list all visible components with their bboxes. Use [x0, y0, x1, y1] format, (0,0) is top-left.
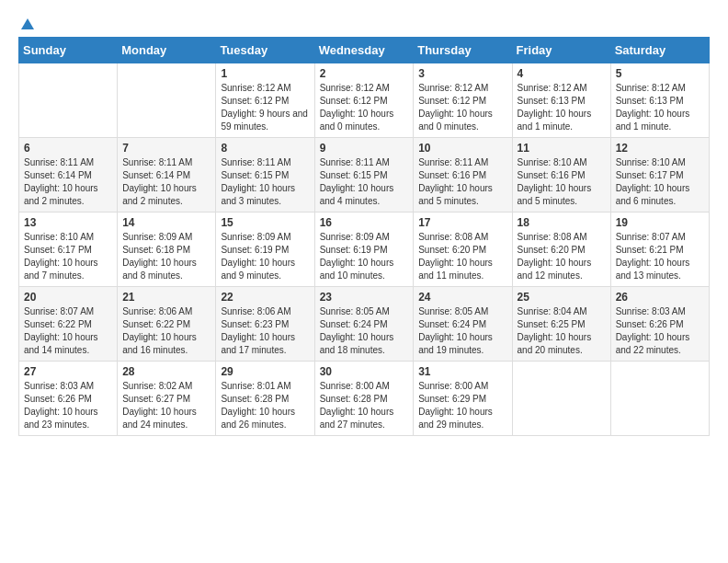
day-number: 7: [122, 142, 210, 155]
calendar-day-cell: [19, 63, 118, 138]
day-number: 2: [320, 67, 409, 80]
calendar-day-cell: 17Sunrise: 8:08 AM Sunset: 6:20 PM Dayli…: [414, 213, 512, 287]
day-info: Sunrise: 8:04 AM Sunset: 6:25 PM Dayligh…: [518, 305, 606, 357]
day-of-week-header: Saturday: [610, 38, 709, 63]
calendar-day-cell: 9Sunrise: 8:11 AM Sunset: 6:15 PM Daylig…: [314, 138, 414, 213]
day-info: Sunrise: 8:06 AM Sunset: 6:22 PM Dayligh…: [122, 305, 210, 357]
day-of-week-header: Monday: [118, 38, 216, 63]
calendar-day-cell: [118, 63, 216, 138]
day-info: Sunrise: 8:09 AM Sunset: 6:18 PM Dayligh…: [122, 231, 210, 282]
calendar-day-cell: 29Sunrise: 8:01 AM Sunset: 6:28 PM Dayli…: [216, 362, 314, 436]
day-number: 16: [320, 216, 409, 229]
calendar-day-cell: 16Sunrise: 8:09 AM Sunset: 6:19 PM Dayli…: [314, 213, 414, 287]
day-number: 21: [122, 291, 210, 304]
day-info: Sunrise: 8:11 AM Sunset: 6:14 PM Dayligh…: [24, 156, 112, 208]
page-header: [18, 18, 710, 28]
calendar-day-cell: 2Sunrise: 8:12 AM Sunset: 6:12 PM Daylig…: [314, 63, 414, 138]
calendar-week-row: 27Sunrise: 8:03 AM Sunset: 6:26 PM Dayli…: [19, 362, 710, 436]
calendar-day-cell: 14Sunrise: 8:09 AM Sunset: 6:18 PM Dayli…: [118, 213, 216, 287]
day-info: Sunrise: 8:02 AM Sunset: 6:27 PM Dayligh…: [122, 380, 210, 431]
day-info: Sunrise: 8:03 AM Sunset: 6:26 PM Dayligh…: [616, 305, 704, 357]
day-number: 31: [418, 365, 506, 378]
day-info: Sunrise: 8:11 AM Sunset: 6:15 PM Dayligh…: [320, 156, 409, 208]
calendar-day-cell: 24Sunrise: 8:05 AM Sunset: 6:24 PM Dayli…: [414, 287, 512, 362]
calendar-day-cell: 11Sunrise: 8:10 AM Sunset: 6:16 PM Dayli…: [512, 138, 610, 213]
calendar-day-cell: 20Sunrise: 8:07 AM Sunset: 6:22 PM Dayli…: [19, 287, 118, 362]
calendar-day-cell: 13Sunrise: 8:10 AM Sunset: 6:17 PM Dayli…: [19, 213, 118, 287]
calendar-day-cell: 31Sunrise: 8:00 AM Sunset: 6:29 PM Dayli…: [414, 362, 512, 436]
day-number: 5: [616, 67, 704, 80]
day-info: Sunrise: 8:07 AM Sunset: 6:22 PM Dayligh…: [24, 305, 112, 357]
calendar-day-cell: [512, 362, 610, 436]
day-number: 28: [122, 365, 210, 378]
day-info: Sunrise: 8:06 AM Sunset: 6:23 PM Dayligh…: [221, 305, 309, 357]
day-number: 22: [221, 291, 309, 304]
day-of-week-header: Wednesday: [314, 38, 414, 63]
day-number: 12: [616, 142, 704, 155]
day-of-week-header: Sunday: [19, 38, 118, 63]
day-info: Sunrise: 8:10 AM Sunset: 6:17 PM Dayligh…: [616, 156, 704, 208]
day-info: Sunrise: 8:10 AM Sunset: 6:17 PM Dayligh…: [24, 231, 112, 282]
day-info: Sunrise: 8:05 AM Sunset: 6:24 PM Dayligh…: [418, 305, 506, 357]
day-number: 3: [418, 67, 506, 80]
day-info: Sunrise: 8:05 AM Sunset: 6:24 PM Dayligh…: [320, 305, 409, 357]
day-info: Sunrise: 8:10 AM Sunset: 6:16 PM Dayligh…: [518, 156, 606, 208]
calendar-day-cell: 6Sunrise: 8:11 AM Sunset: 6:14 PM Daylig…: [19, 138, 118, 213]
calendar-week-row: 13Sunrise: 8:10 AM Sunset: 6:17 PM Dayli…: [19, 213, 710, 287]
day-number: 15: [221, 216, 309, 229]
calendar-week-row: 1Sunrise: 8:12 AM Sunset: 6:12 PM Daylig…: [19, 63, 710, 138]
day-number: 18: [518, 216, 606, 229]
day-info: Sunrise: 8:09 AM Sunset: 6:19 PM Dayligh…: [221, 231, 309, 282]
calendar-day-cell: 21Sunrise: 8:06 AM Sunset: 6:22 PM Dayli…: [118, 287, 216, 362]
logo-triangle-icon: [21, 18, 34, 29]
calendar-day-cell: [610, 362, 709, 436]
day-number: 17: [418, 216, 506, 229]
day-number: 9: [320, 142, 409, 155]
calendar-day-cell: 25Sunrise: 8:04 AM Sunset: 6:25 PM Dayli…: [512, 287, 610, 362]
calendar-day-cell: 26Sunrise: 8:03 AM Sunset: 6:26 PM Dayli…: [610, 287, 709, 362]
day-of-week-header: Friday: [512, 38, 610, 63]
day-info: Sunrise: 8:09 AM Sunset: 6:19 PM Dayligh…: [320, 231, 409, 282]
calendar-table: SundayMondayTuesdayWednesdayThursdayFrid…: [18, 37, 710, 436]
day-info: Sunrise: 8:03 AM Sunset: 6:26 PM Dayligh…: [24, 380, 112, 431]
day-number: 13: [24, 216, 112, 229]
day-info: Sunrise: 8:12 AM Sunset: 6:13 PM Dayligh…: [616, 82, 704, 133]
calendar-day-cell: 15Sunrise: 8:09 AM Sunset: 6:19 PM Dayli…: [216, 213, 314, 287]
day-number: 10: [418, 142, 506, 155]
day-info: Sunrise: 8:12 AM Sunset: 6:12 PM Dayligh…: [320, 82, 409, 133]
day-number: 1: [221, 67, 309, 80]
day-number: 20: [24, 291, 112, 304]
day-number: 4: [518, 67, 606, 80]
calendar-day-cell: 7Sunrise: 8:11 AM Sunset: 6:14 PM Daylig…: [118, 138, 216, 213]
day-info: Sunrise: 8:12 AM Sunset: 6:12 PM Dayligh…: [418, 82, 506, 133]
day-number: 11: [518, 142, 606, 155]
calendar-day-cell: 19Sunrise: 8:07 AM Sunset: 6:21 PM Dayli…: [610, 213, 709, 287]
day-info: Sunrise: 8:11 AM Sunset: 6:16 PM Dayligh…: [418, 156, 506, 208]
calendar-day-cell: 12Sunrise: 8:10 AM Sunset: 6:17 PM Dayli…: [610, 138, 709, 213]
calendar-day-cell: 27Sunrise: 8:03 AM Sunset: 6:26 PM Dayli…: [19, 362, 118, 436]
calendar-day-cell: 3Sunrise: 8:12 AM Sunset: 6:12 PM Daylig…: [414, 63, 512, 138]
day-number: 6: [24, 142, 112, 155]
calendar-day-cell: 18Sunrise: 8:08 AM Sunset: 6:20 PM Dayli…: [512, 213, 610, 287]
day-number: 29: [221, 365, 309, 378]
day-info: Sunrise: 8:01 AM Sunset: 6:28 PM Dayligh…: [221, 380, 309, 431]
day-number: 26: [616, 291, 704, 304]
calendar-day-cell: 28Sunrise: 8:02 AM Sunset: 6:27 PM Dayli…: [118, 362, 216, 436]
day-info: Sunrise: 8:07 AM Sunset: 6:21 PM Dayligh…: [616, 231, 704, 282]
day-of-week-header: Tuesday: [216, 38, 314, 63]
day-info: Sunrise: 8:00 AM Sunset: 6:29 PM Dayligh…: [418, 380, 506, 431]
calendar-day-cell: 5Sunrise: 8:12 AM Sunset: 6:13 PM Daylig…: [610, 63, 709, 138]
day-of-week-header: Thursday: [414, 38, 512, 63]
calendar-day-cell: 4Sunrise: 8:12 AM Sunset: 6:13 PM Daylig…: [512, 63, 610, 138]
day-number: 25: [518, 291, 606, 304]
day-info: Sunrise: 8:11 AM Sunset: 6:14 PM Dayligh…: [122, 156, 210, 208]
day-number: 24: [418, 291, 506, 304]
day-number: 8: [221, 142, 309, 155]
day-info: Sunrise: 8:12 AM Sunset: 6:12 PM Dayligh…: [221, 82, 309, 133]
calendar-week-row: 20Sunrise: 8:07 AM Sunset: 6:22 PM Dayli…: [19, 287, 710, 362]
day-number: 27: [24, 365, 112, 378]
calendar-week-row: 6Sunrise: 8:11 AM Sunset: 6:14 PM Daylig…: [19, 138, 710, 213]
calendar-day-cell: 30Sunrise: 8:00 AM Sunset: 6:28 PM Dayli…: [314, 362, 414, 436]
calendar-day-cell: 22Sunrise: 8:06 AM Sunset: 6:23 PM Dayli…: [216, 287, 314, 362]
logo: [18, 18, 34, 28]
